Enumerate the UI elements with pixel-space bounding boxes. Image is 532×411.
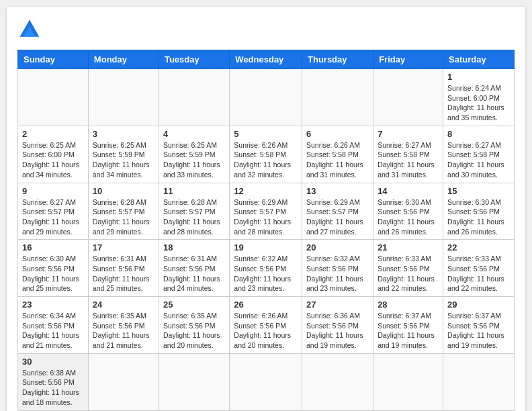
cell-sun-info: Sunrise: 6:37 AM Sunset: 5:56 PM Dayligh… bbox=[378, 311, 439, 351]
calendar-cell: 30Sunrise: 6:38 AM Sunset: 5:56 PM Dayli… bbox=[18, 353, 89, 410]
date-number: 14 bbox=[378, 186, 439, 196]
calendar-cell: 19Sunrise: 6:32 AM Sunset: 5:56 PM Dayli… bbox=[230, 240, 302, 297]
calendar-cell: 28Sunrise: 6:37 AM Sunset: 5:56 PM Dayli… bbox=[373, 297, 443, 354]
calendar-cell: 15Sunrise: 6:30 AM Sunset: 5:56 PM Dayli… bbox=[443, 183, 515, 240]
cell-sun-info: Sunrise: 6:27 AM Sunset: 5:58 PM Dayligh… bbox=[447, 140, 510, 180]
cell-sun-info: Sunrise: 6:31 AM Sunset: 5:56 PM Dayligh… bbox=[93, 254, 154, 293]
cell-sun-info: Sunrise: 6:33 AM Sunset: 5:56 PM Dayligh… bbox=[447, 254, 510, 293]
date-number: 1 bbox=[447, 72, 510, 82]
cell-sun-info: Sunrise: 6:36 AM Sunset: 5:56 PM Dayligh… bbox=[306, 311, 369, 351]
cell-sun-info: Sunrise: 6:25 AM Sunset: 5:59 PM Dayligh… bbox=[93, 140, 154, 180]
weekday-header-sunday: Sunday bbox=[18, 50, 89, 69]
calendar-cell bbox=[230, 353, 302, 410]
date-number: 24 bbox=[93, 300, 154, 310]
weekday-header-monday: Monday bbox=[88, 50, 159, 69]
calendar-week-row: 9Sunrise: 6:27 AM Sunset: 5:57 PM Daylig… bbox=[18, 183, 515, 240]
date-number: 30 bbox=[22, 357, 84, 367]
calendar-cell: 3Sunrise: 6:25 AM Sunset: 5:59 PM Daylig… bbox=[88, 126, 159, 183]
calendar-cell: 26Sunrise: 6:36 AM Sunset: 5:56 PM Dayli… bbox=[230, 297, 302, 354]
calendar-cell: 23Sunrise: 6:34 AM Sunset: 5:56 PM Dayli… bbox=[18, 297, 89, 354]
date-number: 25 bbox=[163, 300, 225, 310]
calendar-cell bbox=[88, 69, 159, 126]
cell-sun-info: Sunrise: 6:35 AM Sunset: 5:56 PM Dayligh… bbox=[163, 311, 225, 351]
cell-sun-info: Sunrise: 6:28 AM Sunset: 5:57 PM Dayligh… bbox=[163, 197, 225, 237]
calendar-cell: 24Sunrise: 6:35 AM Sunset: 5:56 PM Dayli… bbox=[88, 297, 159, 354]
calendar-cell: 5Sunrise: 6:26 AM Sunset: 5:58 PM Daylig… bbox=[230, 126, 302, 183]
calendar-cell: 22Sunrise: 6:33 AM Sunset: 5:56 PM Dayli… bbox=[443, 240, 515, 297]
cell-sun-info: Sunrise: 6:29 AM Sunset: 5:57 PM Dayligh… bbox=[234, 197, 298, 237]
date-number: 19 bbox=[234, 242, 298, 253]
date-number: 10 bbox=[93, 186, 154, 196]
calendar-cell bbox=[373, 69, 443, 126]
calendar-cell: 9Sunrise: 6:27 AM Sunset: 5:57 PM Daylig… bbox=[18, 183, 89, 240]
date-number: 13 bbox=[306, 186, 369, 196]
date-number: 8 bbox=[447, 129, 510, 139]
calendar-cell bbox=[302, 69, 373, 126]
date-number: 9 bbox=[22, 186, 84, 196]
cell-sun-info: Sunrise: 6:36 AM Sunset: 5:56 PM Dayligh… bbox=[234, 311, 298, 351]
weekday-header-wednesday: Wednesday bbox=[230, 50, 302, 69]
cell-sun-info: Sunrise: 6:34 AM Sunset: 5:56 PM Dayligh… bbox=[22, 311, 84, 351]
calendar-cell: 6Sunrise: 6:26 AM Sunset: 5:58 PM Daylig… bbox=[302, 126, 373, 183]
calendar-cell bbox=[443, 353, 515, 410]
cell-sun-info: Sunrise: 6:27 AM Sunset: 5:57 PM Dayligh… bbox=[22, 197, 84, 237]
cell-sun-info: Sunrise: 6:33 AM Sunset: 5:56 PM Dayligh… bbox=[378, 254, 439, 293]
date-number: 26 bbox=[234, 300, 298, 310]
cell-sun-info: Sunrise: 6:26 AM Sunset: 5:58 PM Dayligh… bbox=[306, 140, 369, 180]
date-number: 17 bbox=[93, 242, 154, 253]
calendar-cell: 2Sunrise: 6:25 AM Sunset: 6:00 PM Daylig… bbox=[18, 126, 89, 183]
date-number: 21 bbox=[378, 242, 439, 253]
calendar-cell: 7Sunrise: 6:27 AM Sunset: 5:58 PM Daylig… bbox=[373, 126, 443, 183]
calendar-cell: 18Sunrise: 6:31 AM Sunset: 5:56 PM Dayli… bbox=[159, 240, 229, 297]
calendar-header bbox=[17, 17, 515, 42]
cell-sun-info: Sunrise: 6:29 AM Sunset: 5:57 PM Dayligh… bbox=[306, 197, 369, 237]
date-number: 7 bbox=[378, 129, 439, 139]
cell-sun-info: Sunrise: 6:38 AM Sunset: 5:56 PM Dayligh… bbox=[22, 368, 84, 408]
logo bbox=[17, 17, 46, 42]
calendar-cell: 12Sunrise: 6:29 AM Sunset: 5:57 PM Dayli… bbox=[230, 183, 302, 240]
date-number: 28 bbox=[378, 300, 439, 310]
calendar-week-row: 30Sunrise: 6:38 AM Sunset: 5:56 PM Dayli… bbox=[18, 353, 515, 410]
calendar-week-row: 23Sunrise: 6:34 AM Sunset: 5:56 PM Dayli… bbox=[18, 297, 515, 354]
cell-sun-info: Sunrise: 6:35 AM Sunset: 5:56 PM Dayligh… bbox=[93, 311, 154, 351]
logo-icon bbox=[17, 17, 42, 42]
calendar-cell bbox=[159, 353, 229, 410]
date-number: 23 bbox=[22, 300, 84, 310]
calendar-cell: 20Sunrise: 6:32 AM Sunset: 5:56 PM Dayli… bbox=[302, 240, 373, 297]
calendar-week-row: 16Sunrise: 6:30 AM Sunset: 5:56 PM Dayli… bbox=[18, 240, 515, 297]
calendar-cell: 25Sunrise: 6:35 AM Sunset: 5:56 PM Dayli… bbox=[159, 297, 229, 354]
calendar-cell: 27Sunrise: 6:36 AM Sunset: 5:56 PM Dayli… bbox=[302, 297, 373, 354]
calendar-cell: 11Sunrise: 6:28 AM Sunset: 5:57 PM Dayli… bbox=[159, 183, 229, 240]
calendar-cell: 21Sunrise: 6:33 AM Sunset: 5:56 PM Dayli… bbox=[373, 240, 443, 297]
cell-sun-info: Sunrise: 6:37 AM Sunset: 5:56 PM Dayligh… bbox=[447, 311, 510, 351]
cell-sun-info: Sunrise: 6:28 AM Sunset: 5:57 PM Dayligh… bbox=[93, 197, 154, 237]
date-number: 22 bbox=[447, 242, 510, 253]
date-number: 2 bbox=[22, 129, 84, 139]
weekday-header-friday: Friday bbox=[373, 50, 443, 69]
calendar-cell bbox=[373, 353, 443, 410]
calendar-tbody: 1Sunrise: 6:24 AM Sunset: 6:00 PM Daylig… bbox=[18, 69, 515, 411]
date-number: 29 bbox=[447, 300, 510, 310]
calendar-cell bbox=[18, 69, 89, 126]
weekday-header-row: SundayMondayTuesdayWednesdayThursdayFrid… bbox=[18, 50, 515, 69]
calendar-container: SundayMondayTuesdayWednesdayThursdayFrid… bbox=[7, 7, 525, 411]
weekday-header-thursday: Thursday bbox=[302, 50, 373, 69]
calendar-cell: 17Sunrise: 6:31 AM Sunset: 5:56 PM Dayli… bbox=[88, 240, 159, 297]
calendar-cell: 16Sunrise: 6:30 AM Sunset: 5:56 PM Dayli… bbox=[18, 240, 89, 297]
date-number: 18 bbox=[163, 242, 225, 253]
date-number: 20 bbox=[306, 242, 369, 253]
date-number: 12 bbox=[234, 186, 298, 196]
cell-sun-info: Sunrise: 6:27 AM Sunset: 5:58 PM Dayligh… bbox=[378, 140, 439, 180]
calendar-cell: 14Sunrise: 6:30 AM Sunset: 5:56 PM Dayli… bbox=[373, 183, 443, 240]
date-number: 27 bbox=[306, 300, 369, 310]
date-number: 3 bbox=[93, 129, 154, 139]
calendar-cell bbox=[88, 353, 159, 410]
calendar-cell: 8Sunrise: 6:27 AM Sunset: 5:58 PM Daylig… bbox=[443, 126, 515, 183]
date-number: 11 bbox=[163, 186, 225, 196]
date-number: 15 bbox=[447, 186, 510, 196]
date-number: 16 bbox=[22, 242, 84, 253]
calendar-cell: 29Sunrise: 6:37 AM Sunset: 5:56 PM Dayli… bbox=[443, 297, 515, 354]
cell-sun-info: Sunrise: 6:32 AM Sunset: 5:56 PM Dayligh… bbox=[306, 254, 369, 293]
weekday-header-tuesday: Tuesday bbox=[159, 50, 229, 69]
cell-sun-info: Sunrise: 6:25 AM Sunset: 6:00 PM Dayligh… bbox=[22, 140, 84, 180]
